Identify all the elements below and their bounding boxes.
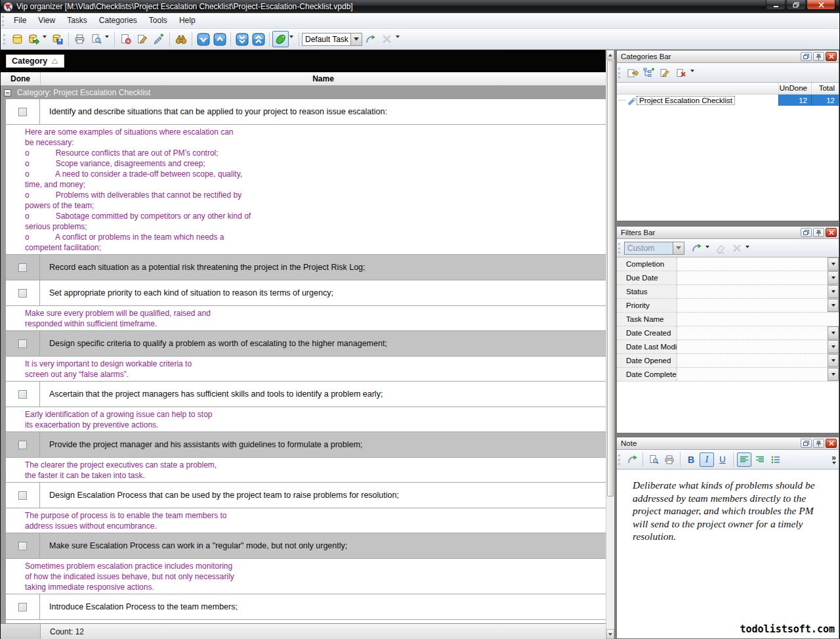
move-top-button[interactable] bbox=[250, 31, 266, 47]
task-checkbox[interactable] bbox=[18, 603, 27, 611]
filter-preset-combobox[interactable]: Custom bbox=[624, 242, 684, 255]
menu-item-tools[interactable]: Tools bbox=[143, 13, 173, 28]
task-row[interactable]: Record each situation as a potential ris… bbox=[6, 255, 606, 280]
new-task-button[interactable] bbox=[117, 31, 134, 47]
panel-pin-button[interactable] bbox=[813, 228, 824, 237]
filter-dropdown-button[interactable] bbox=[828, 271, 839, 284]
filter-dropdown-button[interactable] bbox=[828, 368, 839, 381]
undone-column-header[interactable]: UnDone bbox=[778, 83, 811, 94]
menu-item-tasks[interactable]: Tasks bbox=[61, 13, 93, 28]
filter-value-field[interactable] bbox=[677, 271, 828, 284]
delete-category-button[interactable] bbox=[673, 64, 690, 81]
note-toolbar-overflow[interactable]: » bbox=[831, 454, 839, 464]
apply-filter-button[interactable] bbox=[688, 240, 705, 256]
task-name[interactable]: Identify and describe situations that ca… bbox=[40, 99, 606, 124]
category-group-row[interactable]: Category: Project Escalation Checklist bbox=[1, 86, 606, 99]
align-right-button[interactable] bbox=[753, 452, 767, 467]
add-category-button[interactable] bbox=[624, 64, 640, 81]
filter-value-field[interactable] bbox=[677, 285, 828, 298]
task-row[interactable]: Set appropriate priority to each kind of… bbox=[6, 280, 606, 306]
task-checkbox[interactable] bbox=[18, 340, 27, 348]
apply-filter-dropdown-icon[interactable] bbox=[705, 246, 709, 248]
vertical-scrollbar[interactable] bbox=[606, 50, 614, 639]
underline-button[interactable]: U bbox=[715, 452, 730, 467]
move-down-button[interactable] bbox=[195, 31, 211, 47]
panel-close-button[interactable] bbox=[826, 52, 837, 61]
panel-close-button[interactable] bbox=[826, 439, 837, 448]
save-database-button[interactable] bbox=[49, 31, 66, 47]
open-database-dropdown-icon[interactable] bbox=[43, 35, 47, 38]
panel-pin-button[interactable] bbox=[813, 52, 824, 61]
filter-preset-value[interactable]: Custom bbox=[624, 242, 673, 255]
filter-value-field[interactable] bbox=[677, 313, 839, 326]
filter-value-field[interactable] bbox=[677, 368, 828, 381]
delete-filter-button[interactable] bbox=[728, 240, 745, 256]
restore-button[interactable] bbox=[786, 0, 806, 10]
filter-value-field[interactable] bbox=[677, 326, 828, 340]
move-up-button[interactable] bbox=[211, 31, 228, 47]
clear-filter-button[interactable] bbox=[712, 240, 728, 256]
task-template-value[interactable]: Default Task bbox=[302, 33, 350, 46]
open-database-button[interactable] bbox=[26, 31, 42, 47]
filter-value-field[interactable] bbox=[677, 340, 828, 353]
note-print-button[interactable] bbox=[662, 452, 677, 467]
italic-button[interactable]: I bbox=[700, 452, 714, 467]
task-name[interactable]: Design Escalation Process that can be us… bbox=[40, 483, 606, 508]
menu-item-file[interactable]: File bbox=[8, 13, 32, 28]
panel-close-button[interactable] bbox=[826, 228, 837, 237]
filter-dropdown-button[interactable] bbox=[828, 326, 839, 340]
new-database-button[interactable] bbox=[9, 31, 26, 47]
task-row[interactable]: Make sure Escalation Process can work in… bbox=[6, 533, 606, 559]
print-button[interactable] bbox=[72, 31, 88, 47]
task-name[interactable]: Set appropriate priority to each kind of… bbox=[40, 280, 606, 305]
filter-dropdown-button[interactable] bbox=[828, 299, 839, 312]
delete-button[interactable] bbox=[379, 31, 395, 47]
apply-template-button[interactable] bbox=[362, 31, 379, 47]
print-dropdown-icon[interactable] bbox=[105, 35, 109, 38]
highlight-tasks-button[interactable] bbox=[272, 31, 289, 47]
print-preview-button[interactable] bbox=[88, 31, 104, 47]
scroll-up-button[interactable] bbox=[606, 50, 614, 60]
close-button[interactable] bbox=[807, 0, 835, 10]
column-header-done[interactable]: Done bbox=[1, 72, 41, 85]
scrollbar-thumb[interactable] bbox=[607, 60, 614, 496]
save-note-button[interactable] bbox=[625, 452, 639, 467]
group-by-category-button[interactable]: Category bbox=[6, 55, 64, 68]
edit-task-button[interactable] bbox=[134, 31, 150, 47]
task-row[interactable]: Design Escalation Process that can be us… bbox=[6, 483, 606, 508]
filters-toolbar-overflow-icon[interactable] bbox=[746, 246, 749, 248]
task-checkbox[interactable] bbox=[18, 542, 27, 550]
task-template-dropdown-button[interactable] bbox=[350, 33, 362, 46]
panel-restore-button[interactable] bbox=[801, 228, 812, 237]
task-name[interactable]: Provide the project manager and his assi… bbox=[40, 432, 606, 457]
note-text[interactable]: Deliberate what kinds of problems should… bbox=[633, 479, 827, 543]
collapse-group-icon[interactable] bbox=[4, 89, 11, 97]
scroll-down-button[interactable] bbox=[606, 629, 614, 639]
filter-value-field[interactable] bbox=[677, 354, 828, 367]
task-row[interactable]: Introduce Escalation Process to the team… bbox=[6, 594, 606, 620]
filter-dropdown-button[interactable] bbox=[828, 257, 839, 271]
task-row[interactable]: Design specific criteria to qualify a pr… bbox=[6, 331, 606, 357]
minimize-button[interactable] bbox=[766, 0, 786, 10]
categories-toolbar-overflow-icon[interactable] bbox=[690, 70, 694, 72]
task-checkbox[interactable] bbox=[18, 108, 27, 116]
menu-item-help[interactable]: Help bbox=[173, 13, 201, 28]
category-name[interactable]: Project Escalation Checklist bbox=[637, 96, 735, 105]
move-bottom-button[interactable] bbox=[234, 31, 250, 47]
filter-preset-dropdown-button[interactable] bbox=[673, 242, 684, 255]
toolbar-overflow-icon[interactable] bbox=[396, 35, 400, 38]
add-subcategory-button[interactable] bbox=[640, 64, 657, 81]
bold-button[interactable]: B bbox=[684, 452, 698, 467]
menu-item-view[interactable]: View bbox=[32, 13, 61, 28]
duplicate-task-button[interactable] bbox=[150, 31, 167, 47]
note-editor[interactable]: Deliberate what kinds of problems should… bbox=[617, 470, 839, 638]
filter-dropdown-button[interactable] bbox=[828, 354, 839, 367]
find-button[interactable] bbox=[173, 31, 189, 47]
task-name[interactable]: Introduce Escalation Process to the team… bbox=[40, 594, 606, 619]
panel-restore-button[interactable] bbox=[801, 439, 812, 448]
task-name[interactable]: Record each situation as a potential ris… bbox=[40, 255, 606, 280]
column-header-name[interactable]: Name bbox=[41, 72, 606, 85]
filter-value-field[interactable] bbox=[677, 299, 828, 312]
task-checkbox[interactable] bbox=[18, 491, 27, 500]
task-checkbox[interactable] bbox=[18, 263, 27, 272]
